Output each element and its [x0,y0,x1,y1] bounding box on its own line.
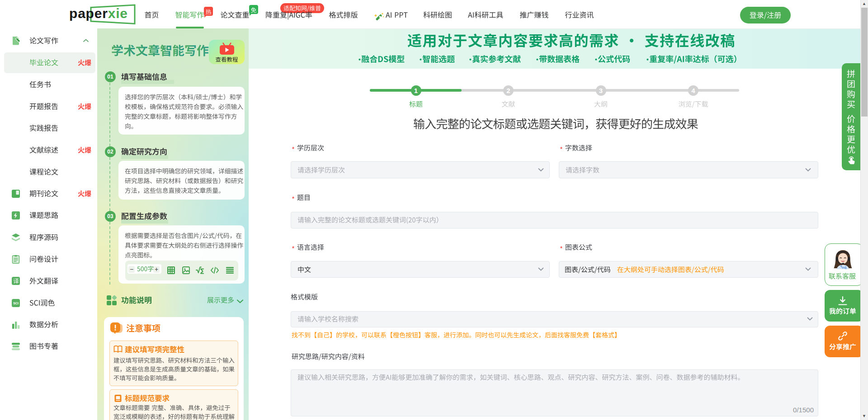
svg-text:SCI: SCI [13,302,19,305]
